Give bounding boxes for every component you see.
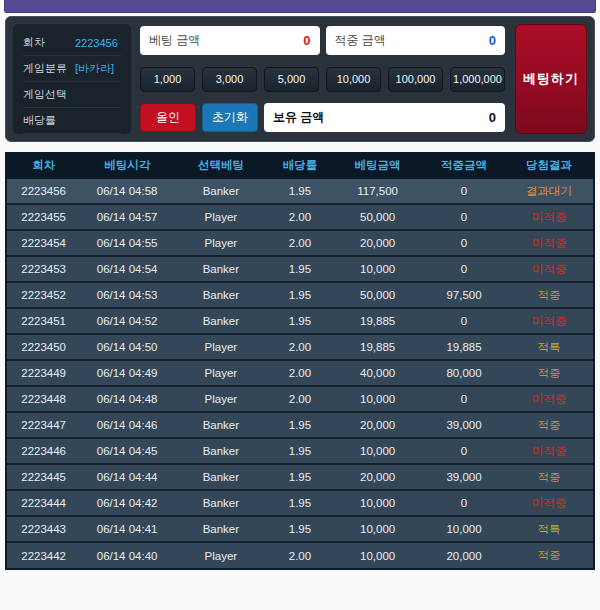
cell-round: 2223452 [7, 282, 80, 308]
bet-amount-input[interactable]: 베팅 금액 0 [140, 26, 320, 55]
cell-win: 0 [423, 178, 505, 204]
cell-odds: 1.95 [268, 282, 332, 308]
reset-button[interactable]: 초기화 [202, 103, 258, 132]
cell-odds: 1.95 [268, 464, 332, 490]
cell-time: 06/14 04:57 [80, 204, 174, 230]
quick-amount-button[interactable]: 5,000 [264, 67, 319, 92]
win-amount-input[interactable]: 적중 금액 0 [326, 26, 506, 55]
cell-result: 미적중 [505, 386, 593, 412]
info-row-odds: 배당률 [23, 108, 121, 134]
cell-win: 0 [423, 230, 505, 256]
table-row: 222344506/14 04:44Banker1.9520,00039,000… [7, 464, 593, 490]
table-row: 222344706/14 04:46Banker1.9520,00039,000… [7, 412, 593, 438]
cell-odds: 1.95 [268, 412, 332, 438]
cell-win: 39,000 [423, 464, 505, 490]
table-row: 222345406/14 04:55Player2.0020,0000미적중 [7, 230, 593, 256]
cell-bet: 117,500 [332, 178, 423, 204]
cell-odds: 2.00 [268, 360, 332, 386]
cell-bet: 50,000 [332, 204, 423, 230]
cell-time: 06/14 04:58 [80, 178, 174, 204]
cell-win: 10,000 [423, 516, 505, 542]
cell-result: 미적중 [505, 308, 593, 334]
cell-round: 2223453 [7, 256, 80, 282]
table-row: 222345206/14 04:53Banker1.9550,00097,500… [7, 282, 593, 308]
cell-time: 06/14 04:46 [80, 412, 174, 438]
cell-time: 06/14 04:55 [80, 230, 174, 256]
cell-round: 2223443 [7, 516, 80, 542]
column-header: 회차 [7, 154, 80, 178]
cell-bet: 20,000 [332, 412, 423, 438]
table-row: 222345306/14 04:54Banker1.9510,0000미적중 [7, 256, 593, 282]
cell-round: 2223446 [7, 438, 80, 464]
column-header: 베팅금액 [332, 154, 423, 178]
round-value: 2223456 [75, 37, 121, 49]
bet-amount-value: 0 [303, 33, 310, 48]
cell-round: 2223450 [7, 334, 80, 360]
quick-amount-button[interactable]: 10,000 [326, 67, 381, 92]
cell-result: 적특 [505, 516, 593, 542]
balance-value: 0 [489, 110, 496, 125]
balance-label: 보유 금액 [273, 109, 489, 126]
cell-win: 0 [423, 490, 505, 516]
table-row: 222344906/14 04:49Player2.0040,00080,000… [7, 360, 593, 386]
cell-bet: 19,885 [332, 334, 423, 360]
cell-pick: Player [174, 204, 268, 230]
cell-bet: 10,000 [332, 386, 423, 412]
column-header: 베팅시각 [80, 154, 174, 178]
cell-pick: Player [174, 386, 268, 412]
cell-result: 결과대기 [505, 178, 593, 204]
quick-amount-button[interactable]: 3,000 [202, 67, 257, 92]
table-row: 222345606/14 04:58Banker1.95117,5000결과대기 [7, 178, 593, 204]
place-bet-button[interactable]: 베팅하기 [515, 24, 587, 134]
cell-win: 97,500 [423, 282, 505, 308]
table-row: 222344206/14 04:40Player2.0010,00020,000… [7, 542, 593, 568]
table-header-row: 회차베팅시각선택베팅배당률베팅금액적중금액당첨결과 [7, 154, 593, 178]
cell-bet: 20,000 [332, 230, 423, 256]
cell-pick: Player [174, 334, 268, 360]
quick-amount-button[interactable]: 1,000,000 [450, 67, 505, 92]
cell-pick: Player [174, 230, 268, 256]
info-row-round: 회차 2223456 [23, 30, 121, 56]
cell-result: 미적중 [505, 256, 593, 282]
cell-pick: Banker [174, 256, 268, 282]
table-row: 222344306/14 04:41Banker1.9510,00010,000… [7, 516, 593, 542]
cell-odds: 2.00 [268, 542, 332, 568]
cell-round: 2223442 [7, 542, 80, 568]
bet-history-table: 회차베팅시각선택베팅배당률베팅금액적중금액당첨결과 222345606/14 0… [5, 152, 595, 570]
cell-result: 미적중 [505, 230, 593, 256]
odds-label: 배당률 [23, 113, 75, 128]
quick-amount-button[interactable]: 100,000 [388, 67, 443, 92]
balance-display: 보유 금액 0 [264, 103, 505, 132]
cell-result: 적중 [505, 464, 593, 490]
game-category-value: [바카라] [75, 61, 121, 76]
cell-bet: 40,000 [332, 360, 423, 386]
quick-amounts-row: 1,0003,0005,00010,000100,0001,000,000 [140, 67, 505, 92]
quick-amount-button[interactable]: 1,000 [140, 67, 195, 92]
cell-result: 적중 [505, 282, 593, 308]
cell-time: 06/14 04:52 [80, 308, 174, 334]
cell-win: 0 [423, 386, 505, 412]
action-row: 올인 초기화 보유 금액 0 [140, 103, 505, 132]
cell-pick: Banker [174, 490, 268, 516]
history-table: 회차베팅시각선택베팅배당률베팅금액적중금액당첨결과 222345606/14 0… [7, 154, 593, 568]
cell-odds: 1.95 [268, 256, 332, 282]
info-row-game-category: 게임분류 [바카라] [23, 56, 121, 82]
cell-bet: 10,000 [332, 542, 423, 568]
cell-time: 06/14 04:41 [80, 516, 174, 542]
cell-pick: Player [174, 360, 268, 386]
all-in-button[interactable]: 올인 [140, 103, 196, 132]
column-header: 당첨결과 [505, 154, 593, 178]
game-category-label: 게임분류 [23, 61, 75, 76]
cell-bet: 19,885 [332, 308, 423, 334]
cell-win: 80,000 [423, 360, 505, 386]
cell-time: 06/14 04:53 [80, 282, 174, 308]
cell-win: 39,000 [423, 412, 505, 438]
bet-panel: 회차 2223456 게임분류 [바카라] 게임선택 배당률 베팅 금액 0 적… [5, 16, 595, 142]
table-row: 222345506/14 04:57Player2.0050,0000미적중 [7, 204, 593, 230]
column-header: 적중금액 [423, 154, 505, 178]
cell-pick: Banker [174, 412, 268, 438]
cell-pick: Banker [174, 516, 268, 542]
cell-odds: 2.00 [268, 386, 332, 412]
cell-odds: 1.95 [268, 438, 332, 464]
cell-odds: 1.95 [268, 490, 332, 516]
